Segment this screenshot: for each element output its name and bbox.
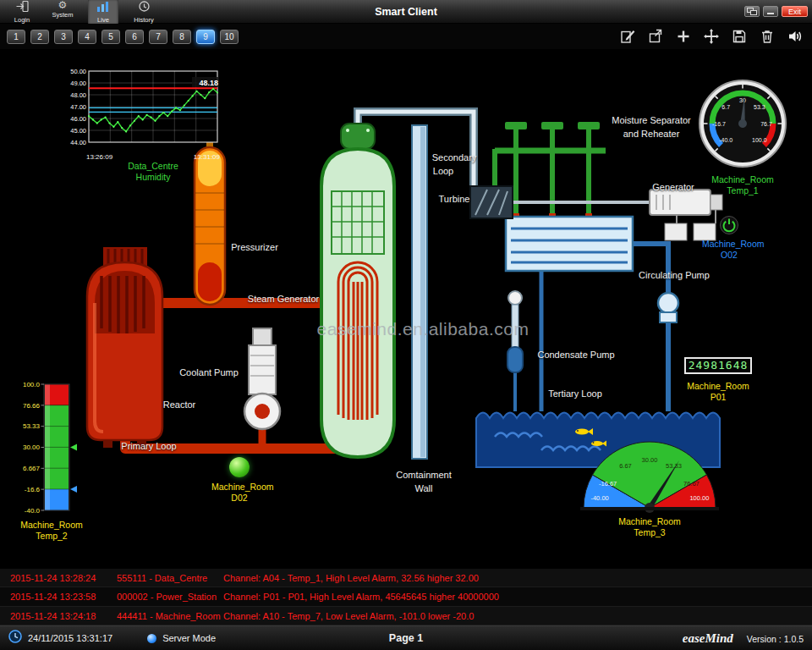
trend-y-tick: 44.00 [70, 139, 86, 146]
edit-page-button[interactable] [617, 26, 638, 47]
login-icon [16, 0, 29, 15]
add-button[interactable] [673, 26, 694, 47]
switch-o02-name1: Machine_Room [702, 239, 756, 250]
page-button-3[interactable]: 3 [54, 30, 73, 44]
nav-live-label: Live [97, 16, 109, 24]
nav-live[interactable]: Live [88, 0, 118, 25]
alarm-row[interactable]: 2015-11-24 13:23:58000002 - Power_Statio… [0, 587, 812, 606]
trend-y-tick: 45.00 [70, 127, 86, 135]
exit-button[interactable]: Exit [782, 6, 808, 17]
diagram-label: Coolant Pump [179, 367, 239, 377]
page-button-5[interactable]: 5 [102, 30, 120, 44]
clock-icon [8, 630, 22, 647]
circulating-pump-unit [658, 293, 678, 322]
trend-y-tick: 46.00 [70, 115, 86, 123]
display-p01: 24981648 Machine_Room P01 [683, 357, 753, 402]
server-mode-label: Server Mode [162, 633, 216, 643]
export-button[interactable] [645, 26, 666, 47]
alarm-message: Channel: P01 - P01, High Level Alarm, 45… [223, 587, 499, 606]
bar-gauge-temp2-scale: 100.076.6653.3330.006.667-16.6-40.0 [5, 377, 107, 516]
nav-system[interactable]: ⚙ System [47, 0, 78, 19]
move-button[interactable] [701, 26, 721, 47]
page-buttons: 12345678910 [0, 30, 239, 44]
alarm-row[interactable]: 2015-11-24 13:24:18444411 - Machine_Room… [0, 607, 812, 625]
plus-icon [676, 29, 691, 44]
diagram-label: Wall [415, 483, 433, 493]
delete-button[interactable] [757, 26, 777, 47]
display-p01-value: 24981648 [684, 357, 752, 374]
indicator-d02-name2: D02 [211, 493, 267, 504]
minimize-button[interactable] [763, 6, 778, 17]
gauge-tick-label: -40.00 [590, 494, 608, 502]
diagram-label: Secondary [432, 152, 477, 162]
gauge-temp3: -16.676.6730.0053.3376.67-40.00100.00 Ma… [580, 438, 719, 537]
page-button-10[interactable]: 10 [220, 30, 239, 44]
page-button-8[interactable]: 8 [173, 30, 191, 44]
switch-o02[interactable]: Machine_Room O02 [702, 215, 756, 260]
indicator-lamp-icon [229, 457, 250, 477]
statusbar-right: easeMind Version : 1.0.5 [683, 631, 812, 646]
gauge-temp3-name2: Temp_3 [580, 527, 719, 538]
page-button-9[interactable]: 9 [196, 30, 215, 44]
gauge-tick-label: -40.0 [719, 137, 732, 143]
smart-client-window: Login ⚙ System Live History Smart Client [0, 0, 812, 650]
page-button-7[interactable]: 7 [149, 30, 167, 44]
bar-tick-label: -40.0 [25, 507, 41, 515]
trend-y-tick: 49.00 [70, 80, 86, 87]
page-button-6[interactable]: 6 [125, 30, 144, 44]
nav-login[interactable]: Login [7, 0, 37, 25]
version-label: Version : 1.0.5 [747, 634, 804, 644]
gauge-temp1: -40.0-16.76.73053.376.7100.0 Machine_Roo… [694, 78, 792, 196]
bar-tick-label: 30.00 [23, 443, 41, 451]
display-switch-button[interactable] [744, 6, 760, 17]
alarm-time: 2015-11-24 13:28:24 [10, 569, 96, 587]
diagram-label: Turbine [439, 194, 470, 204]
diagram-label: Moisture Separator [612, 115, 691, 125]
save-button[interactable] [729, 26, 749, 47]
nav-history[interactable]: History [129, 0, 159, 25]
diagram-label: Reactor [163, 399, 196, 410]
gauge-temp1-name2: Temp_1 [694, 185, 792, 196]
nav-login-label: Login [14, 16, 30, 24]
gauge-temp1-name1: Machine_Room [694, 174, 792, 185]
diagram-label: Condensate Pump [537, 350, 614, 360]
edit-icon [620, 29, 635, 44]
trend-x-start: 13:26:09 [86, 153, 112, 161]
bar-tick-label: 76.66 [23, 402, 41, 410]
bar-marker-green [70, 443, 77, 450]
bar-tick-label: -16.6 [25, 486, 41, 493]
audio-button[interactable] [785, 26, 805, 47]
gauge-tick-label: 53.3 [754, 104, 765, 110]
page-button-4[interactable]: 4 [78, 30, 96, 44]
gauge-tick-label: 6.67 [619, 462, 632, 470]
trend-y-tick: 48.00 [70, 91, 86, 99]
export-icon [648, 29, 663, 44]
clock-icon [139, 0, 150, 15]
diagram-label: Pressurizer [231, 242, 278, 252]
gauge-temp1-dial: -40.0-16.76.73053.376.7100.0 [694, 78, 792, 171]
trash-icon [760, 29, 775, 44]
gauge-tick-label: 100.0 [752, 137, 767, 143]
alarm-device: 000002 - Power_Station [117, 587, 217, 606]
trend-current-value: 48.18 [199, 79, 218, 87]
gauge-tick-label: 76.67 [683, 480, 700, 488]
gauge-tick-label: 30.00 [642, 456, 658, 464]
trend-y-tick: 50.00 [70, 68, 86, 75]
gauge-tick-label: -16.67 [599, 480, 617, 488]
alarm-device: 555111 - Data_Centre [117, 569, 207, 587]
mimic-area: easemind.en.alibaba.com 50.0049.0048.004… [0, 49, 812, 569]
toolbar: 12345678910 [0, 24, 812, 49]
server-mode-indicator-icon [147, 634, 156, 643]
page-button-2[interactable]: 2 [30, 30, 49, 44]
trend-plot: 50.0049.0048.0047.0046.0045.0044.00 48.1… [61, 64, 223, 149]
move-icon [704, 29, 719, 44]
bar-tick-label: 6.667 [23, 465, 41, 472]
page-button-1[interactable]: 1 [7, 30, 25, 44]
power-icon [718, 215, 740, 235]
diagram-label: Primary Loop [121, 441, 176, 451]
alarm-row[interactable]: 2015-11-24 13:28:24555111 - Data_CentreC… [0, 569, 812, 587]
nav-history-label: History [134, 16, 153, 24]
nav-system-label: System [52, 11, 73, 19]
diagram-label: and Reheater [623, 129, 680, 139]
turbine-unit [470, 186, 653, 218]
